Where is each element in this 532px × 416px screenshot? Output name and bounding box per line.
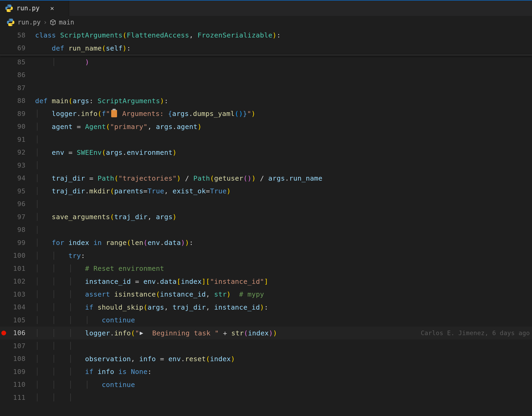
line-number[interactable]: 104 [7, 303, 34, 311]
token: , [189, 31, 197, 39]
code-content[interactable]: │ ) [34, 58, 532, 66]
code-line[interactable]: 85 │ ) [0, 56, 532, 69]
code-line[interactable]: 86 [0, 69, 532, 82]
code-content[interactable]: │ [34, 200, 532, 208]
code-content[interactable]: class ScriptArguments(FlattenedAccess, F… [34, 31, 532, 39]
code-line[interactable]: 69 def run_name(self): [0, 42, 532, 55]
code-content[interactable]: │ │ │ │ continue [34, 381, 532, 389]
tab-run-py[interactable]: run.py ✕ [0, 1, 69, 16]
code-line[interactable]: 110│ │ │ │ continue [0, 378, 532, 391]
code-line[interactable]: 88def main(args: ScriptArguments): [0, 94, 532, 107]
code-line[interactable]: 100│ │ try: [0, 249, 532, 262]
code-content[interactable]: def main(args: ScriptArguments): [34, 97, 532, 105]
token: [ [206, 277, 210, 285]
code-line[interactable]: 108│ │ │ observation, info = env.reset(i… [0, 352, 532, 365]
breadcrumb-file[interactable]: run.py [18, 19, 41, 26]
token: parents [114, 187, 143, 195]
line-number[interactable]: 99 [7, 239, 34, 247]
code-content[interactable]: │ │ │ logger.info("▶ Beginning task " + … [34, 329, 532, 337]
code-line[interactable]: 99│ for index in range(len(env.data)): [0, 236, 532, 249]
line-number[interactable]: 95 [7, 187, 34, 195]
line-number[interactable]: 69 [7, 44, 34, 52]
line-number[interactable]: 105 [7, 316, 34, 324]
line-number[interactable]: 86 [7, 71, 34, 79]
line-number[interactable]: 111 [7, 394, 34, 401]
code-content[interactable]: │ │ │ [34, 342, 532, 350]
line-number[interactable]: 97 [7, 213, 34, 221]
code-content[interactable]: def run_name(self): [34, 44, 532, 52]
line-number[interactable]: 90 [7, 123, 34, 130]
breadcrumb-symbol[interactable]: main [59, 19, 74, 26]
code-content[interactable]: │ env = SWEEnv(args.environment) [34, 148, 532, 156]
code-line[interactable]: 93│ [0, 159, 532, 172]
close-icon[interactable]: ✕ [49, 4, 56, 13]
token: , [206, 290, 214, 298]
code-line[interactable]: 106│ │ │ logger.info("▶ Beginning task "… [0, 327, 532, 340]
python-icon [6, 18, 15, 27]
code-content[interactable]: │ for index in range(len(env.data)): [34, 239, 532, 247]
code-content[interactable]: │ [34, 135, 532, 143]
line-number[interactable]: 93 [7, 161, 34, 169]
code-content[interactable]: │ │ │ # Reset environment [34, 264, 532, 272]
code-content[interactable]: │ │ │ instance_id = env.data[index]["ins… [34, 277, 532, 285]
chevron-right-icon: › [43, 19, 47, 26]
code-content[interactable]: │ │ │ assert isinstance(instance_id, str… [34, 290, 532, 298]
code-content[interactable]: │ logger.info(f" Arguments: {args.dumps_… [34, 110, 532, 118]
code-line[interactable]: 87 [0, 81, 532, 94]
line-number[interactable]: 109 [7, 368, 34, 376]
code-line[interactable]: 97│ save_arguments(traj_dir, args) [0, 210, 532, 223]
code-line[interactable]: 102│ │ │ instance_id = env.data[index]["… [0, 275, 532, 288]
line-number[interactable]: 91 [7, 136, 34, 143]
code-line[interactable]: 109│ │ │ if info is None: [0, 365, 532, 378]
token [102, 239, 106, 247]
line-number[interactable]: 96 [7, 200, 34, 208]
line-number[interactable]: 92 [7, 148, 34, 156]
code-content[interactable]: │ │ │ │ continue [34, 316, 532, 324]
code-content[interactable]: │ save_arguments(traj_dir, args) [34, 213, 532, 221]
line-number[interactable]: 108 [7, 355, 34, 363]
code-content[interactable]: │ │ │ [34, 393, 532, 401]
breakpoint-icon[interactable] [1, 331, 6, 335]
line-number[interactable]: 107 [7, 342, 34, 350]
editor[interactable]: 58class ScriptArguments(FlattenedAccess,… [0, 29, 532, 404]
code-line[interactable]: 103│ │ │ assert isinstance(instance_id, … [0, 288, 532, 301]
code-line[interactable]: 101│ │ │ # Reset environment [0, 262, 532, 275]
line-number[interactable]: 94 [7, 174, 34, 182]
code-content[interactable]: │ │ try: [34, 252, 532, 260]
code-line[interactable]: 107│ │ │ [0, 339, 532, 352]
line-number[interactable]: 98 [7, 226, 34, 234]
code-content[interactable]: │ agent = Agent("primary", args.agent) [34, 123, 532, 131]
code-line[interactable]: 96│ [0, 198, 532, 211]
code-content[interactable]: │ traj_dir = Path("trajectories") / Path… [34, 174, 532, 182]
line-number[interactable]: 103 [7, 290, 34, 298]
code-line[interactable]: 89│ logger.info(f" Arguments: {args.dump… [0, 107, 532, 120]
code-line[interactable]: 94│ traj_dir = Path("trajectories") / Pa… [0, 172, 532, 185]
code-line[interactable]: 95│ traj_dir.mkdir(parents=True, exist_o… [0, 185, 532, 198]
code-content[interactable]: │ [34, 161, 532, 169]
code-content[interactable]: │ │ │ if info is None: [34, 368, 532, 376]
code-line[interactable]: 105│ │ │ │ continue [0, 314, 532, 327]
code-line[interactable]: 111│ │ │ [0, 391, 532, 404]
line-number[interactable]: 101 [7, 265, 34, 272]
line-number[interactable]: 87 [7, 84, 34, 92]
code-line[interactable]: 91│ [0, 133, 532, 146]
code-line[interactable]: 98│ [0, 223, 532, 236]
code-line[interactable]: 92│ env = SWEEnv(args.environment) [0, 146, 532, 159]
line-number[interactable]: 102 [7, 277, 34, 285]
code-content[interactable]: │ traj_dir.mkdir(parents=True, exist_ok=… [34, 187, 532, 195]
code-line[interactable]: 104│ │ │ if should_skip(args, traj_dir, … [0, 301, 532, 314]
code-line[interactable]: 90│ agent = Agent("primary", args.agent) [0, 120, 532, 133]
line-number[interactable]: 89 [7, 110, 34, 118]
code-content[interactable]: │ │ │ if should_skip(args, traj_dir, ins… [34, 303, 532, 311]
breakpoint-gutter[interactable] [0, 331, 7, 335]
line-number[interactable]: 100 [7, 252, 34, 259]
code-content[interactable]: │ [34, 226, 532, 234]
line-number[interactable]: 85 [7, 58, 34, 66]
token: [ [177, 277, 181, 285]
line-number[interactable]: 106 [7, 329, 34, 337]
code-line[interactable]: 58class ScriptArguments(FlattenedAccess,… [0, 29, 532, 42]
line-number[interactable]: 58 [7, 31, 34, 39]
line-number[interactable]: 110 [7, 381, 34, 388]
line-number[interactable]: 88 [7, 97, 34, 105]
code-content[interactable]: │ │ │ observation, info = env.reset(inde… [34, 355, 532, 363]
